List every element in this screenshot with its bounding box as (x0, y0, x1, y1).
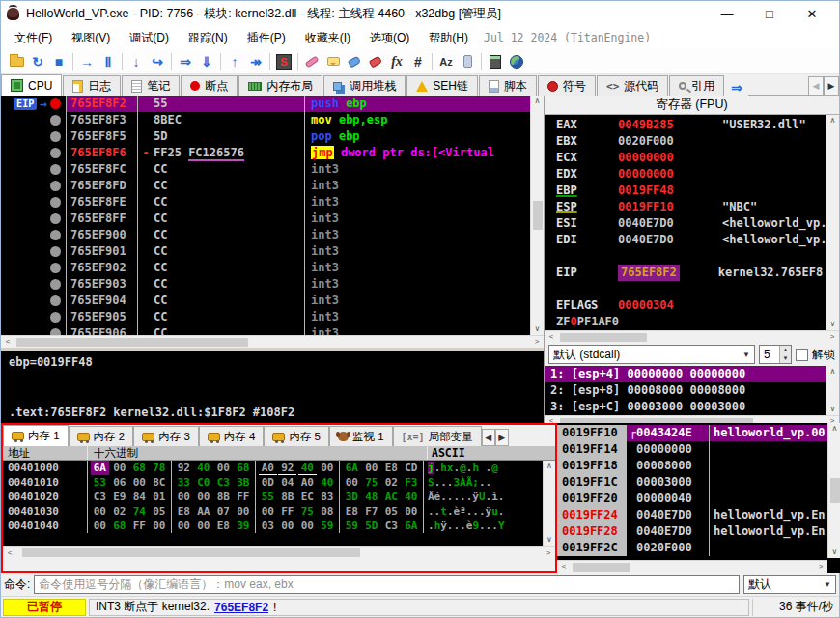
internet-icon[interactable] (506, 52, 527, 71)
breakpoint-dot[interactable] (50, 328, 61, 335)
stack-row[interactable]: 0019FF1400000000 (557, 441, 827, 458)
register-row[interactable]: EDI0040E7D0<helloworld_vp. (545, 232, 826, 248)
scroll-right-icon[interactable]: > (542, 548, 555, 559)
disasm-vertical-scrollbar[interactable]: ∧ ∨ (530, 96, 544, 335)
argument-row[interactable]: 3: [esp+C] 00003000 00003000 (545, 399, 839, 415)
register-row[interactable]: EFLAGS00000304 (545, 297, 826, 314)
tab-符号[interactable]: 符号 (538, 75, 596, 96)
scroll-up-icon[interactable]: ∧ (531, 96, 544, 107)
menu-item-file[interactable]: 文件(F) (5, 28, 62, 47)
arguments-view[interactable]: 1: [esp+4] 00000000 000000002: [esp+8] 0… (545, 366, 839, 415)
register-row[interactable]: ESP0019FF10"NBC" (545, 199, 826, 215)
scroll-up-icon[interactable]: ∧ (826, 115, 839, 126)
dump-vertical-scrollbar[interactable]: ∧ ∨ (543, 461, 555, 546)
stack-view[interactable]: 0019FF10┌0043424Ehelloworld_vp.000019FF1… (557, 425, 827, 556)
breakpoint-dot[interactable] (50, 312, 61, 323)
tab-SEH链[interactable]: SEH链 (406, 75, 478, 96)
registers-vertical-scrollbar[interactable]: ∧ ∨ (826, 115, 839, 330)
disasm-row[interactable]: 765EF8FDCCint3 (1, 178, 544, 194)
arguments-vertical-scrollbar[interactable]: ∧ ∨ (826, 366, 839, 415)
maximize-button[interactable]: □ (748, 2, 791, 25)
open-file-icon[interactable] (6, 52, 27, 71)
breakpoint-dot[interactable] (50, 213, 61, 224)
disassembly-view[interactable]: EIP→765EF8F255push ebp765EF8F38BECmov eb… (1, 96, 544, 335)
breakpoint-dot[interactable] (50, 230, 61, 240)
menu-item-options[interactable]: 选项(O) (360, 28, 419, 47)
tab-CPU[interactable]: CPU (1, 74, 62, 96)
scroll-up-icon[interactable]: ∧ (828, 423, 840, 435)
dump-tab-scroll-right[interactable]: ▶ (495, 429, 509, 446)
stack-horizontal-scrollbar[interactable]: < > (557, 560, 827, 573)
disasm-row[interactable]: 765EF8FECCint3 (1, 194, 544, 211)
scroll-left-icon[interactable]: < (3, 548, 16, 559)
disasm-row[interactable]: 765EF904CCint3 (1, 293, 544, 309)
disasm-row[interactable]: 765EF905CCint3 (1, 309, 544, 325)
register-row[interactable]: EBX0020F000 (545, 133, 826, 150)
register-row[interactable]: ECX00000000 (545, 150, 826, 166)
breakpoint-dot[interactable] (50, 131, 61, 142)
tab-笔记[interactable]: 笔记 (122, 75, 180, 96)
execute-till-return-icon[interactable]: ↑ (224, 52, 245, 71)
tab-监视 1[interactable]: 监视 1 (329, 426, 393, 446)
breakpoint-dot[interactable] (50, 197, 61, 208)
step-over-icon[interactable]: ↪ (147, 52, 168, 71)
label-icon[interactable] (344, 52, 365, 71)
disasm-row[interactable]: 765EF901CCint3 (1, 243, 544, 260)
disasm-row[interactable]: 765EF8F55Dpop ebp (1, 128, 544, 145)
breakpoint-dot[interactable] (50, 148, 61, 158)
disasm-row[interactable]: 765EF900CCint3 (1, 227, 544, 243)
flags-row[interactable]: ZF 0 PF 1 AF 0 (545, 314, 826, 330)
scroll-thumb[interactable] (16, 338, 248, 347)
stack-row[interactable]: 0019FF1C00003000 (557, 474, 827, 491)
comment-icon[interactable] (322, 52, 344, 71)
calculator-icon[interactable] (485, 52, 506, 71)
tab-scroll-left[interactable]: ◀ (808, 76, 824, 96)
argument-count-stepper[interactable]: 5 ▲▼ (759, 345, 792, 364)
calling-convention-select[interactable]: 默认 (stdcall)▼ (548, 345, 755, 364)
scroll-thumb[interactable] (533, 201, 543, 230)
scroll-right-icon[interactable]: > (530, 336, 544, 348)
status-address-link[interactable]: 765EF8F2 (214, 601, 268, 614)
bookmark-icon[interactable] (365, 52, 386, 71)
argument-row[interactable]: 1: [esp+4] 00000000 00000000 (545, 366, 839, 382)
unlock-checkbox[interactable] (796, 349, 808, 361)
register-row[interactable]: ESI0040E7D0<helloworld_vp. (545, 215, 826, 232)
stack-row[interactable]: 0019FF280040E7D0helloworld_vp.En (557, 523, 827, 540)
disasm-row[interactable]: 765EF903CCint3 (1, 276, 544, 293)
tab-内存 4[interactable]: 内存 4 (199, 426, 265, 446)
menu-item-debug[interactable]: 调试(D) (120, 28, 179, 47)
function-icon[interactable]: fx (386, 52, 407, 71)
scroll-right-icon[interactable]: > (814, 561, 827, 573)
tab-断点[interactable]: 断点 (181, 75, 238, 96)
scroll-right-icon[interactable]: > (826, 331, 839, 343)
scroll-thumb[interactable] (573, 563, 630, 572)
scroll-down-icon[interactable]: ∨ (544, 534, 555, 546)
stop-icon[interactable]: ■ (48, 52, 70, 71)
dump-view[interactable]: 004010006A00687892400068A09240006A00E8CD… (3, 461, 555, 546)
breakpoint-dot[interactable] (50, 295, 61, 306)
menu-item-help[interactable]: 帮助(H) (419, 28, 478, 47)
close-button[interactable]: ✕ (791, 2, 833, 25)
disasm-horizontal-scrollbar[interactable]: < > (1, 335, 544, 348)
scroll-thumb[interactable] (22, 548, 360, 557)
dump-row[interactable]: 004010105306008C33C0C33B0D04A040007502F3… (3, 475, 555, 490)
tab-日志[interactable]: 日志 (63, 75, 121, 96)
command-input[interactable] (34, 575, 740, 594)
tab-引用[interactable]: 引用 (669, 75, 724, 96)
menu-item-plugins[interactable]: 插件(P) (238, 28, 295, 47)
tab-源代码[interactable]: <>源代码 (597, 75, 668, 96)
breakpoint-dot[interactable] (50, 246, 61, 257)
dump-row[interactable]: 0040103000027405E8AA070000FF7508E8F70500… (3, 504, 555, 519)
dump-row[interactable]: 004010400068FF000000E83903000059595DC36A… (3, 519, 555, 533)
breakpoint-dot[interactable] (50, 263, 61, 273)
breakpoint-dot[interactable] (50, 181, 61, 191)
register-row[interactable]: EAX0049B285"USER32.dll" (545, 117, 826, 133)
run-icon[interactable]: → (76, 52, 98, 71)
registers-horizontal-scrollbar[interactable]: < > (545, 330, 839, 343)
scroll-thumb[interactable] (560, 333, 647, 342)
disasm-row[interactable]: EIP→765EF8F255push ebp (1, 96, 544, 112)
az-strings-icon[interactable]: Az (435, 52, 457, 71)
tab-内存 3[interactable]: 内存 3 (133, 426, 199, 446)
tab-内存 2[interactable]: 内存 2 (69, 426, 134, 446)
stack-row[interactable]: 0019FF1800008000 (557, 458, 827, 474)
